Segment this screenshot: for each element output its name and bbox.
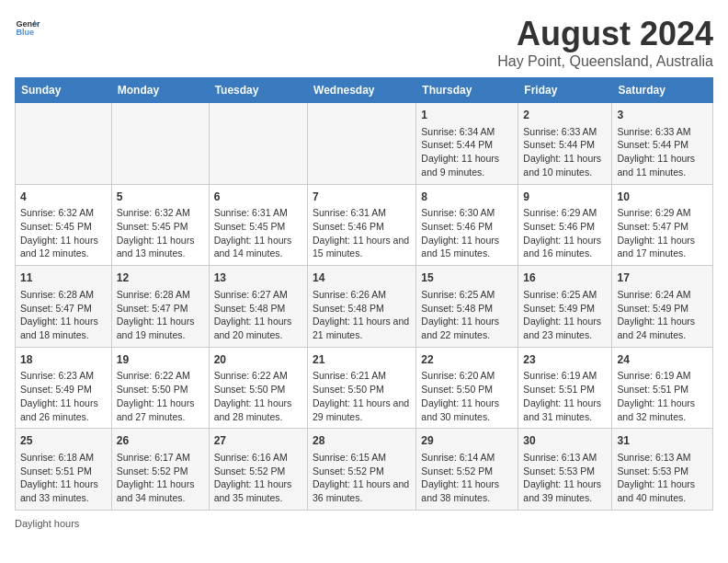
calendar-cell: 27Sunrise: 6:16 AMSunset: 5:52 PMDayligh… [209,429,307,511]
calendar-cell: 17Sunrise: 6:24 AMSunset: 5:49 PMDayligh… [612,266,713,348]
day-info: Sunset: 5:45 PM [214,220,302,234]
calendar-cell: 18Sunrise: 6:23 AMSunset: 5:49 PMDayligh… [16,347,112,429]
day-info: Daylight: 11 hours and 24 minutes. [617,315,708,341]
day-info: Sunrise: 6:30 AM [421,206,513,220]
svg-text:Blue: Blue [16,28,34,37]
calendar-cell: 31Sunrise: 6:13 AMSunset: 5:53 PMDayligh… [612,429,713,511]
day-info: Daylight: 11 hours and 10 minutes. [523,152,607,178]
day-info: Daylight: 11 hours and 29 minutes. [313,396,411,423]
day-number: 31 [617,433,708,449]
day-info: Sunset: 5:44 PM [617,138,708,152]
calendar-cell [16,103,112,185]
day-info: Sunrise: 6:23 AM [20,369,107,383]
calendar-cell: 2Sunrise: 6:33 AMSunset: 5:44 PMDaylight… [518,103,612,185]
day-info: Daylight: 11 hours and 31 minutes. [523,396,607,423]
calendar-cell: 9Sunrise: 6:29 AMSunset: 5:46 PMDaylight… [518,184,612,266]
day-info: Sunset: 5:52 PM [421,465,513,478]
day-info: Daylight: 11 hours and 14 minutes. [214,234,302,260]
calendar-cell: 26Sunrise: 6:17 AMSunset: 5:52 PMDayligh… [111,429,209,511]
day-info: Daylight: 11 hours and 35 minutes. [214,477,302,504]
calendar-cell [308,103,416,185]
calendar-cell: 23Sunrise: 6:19 AMSunset: 5:51 PMDayligh… [518,347,612,429]
day-number: 25 [20,433,107,449]
day-number: 9 [523,190,607,205]
day-info: Sunrise: 6:19 AM [617,369,708,383]
day-info: Sunset: 5:53 PM [523,465,607,478]
calendar-cell: 13Sunrise: 6:27 AMSunset: 5:48 PMDayligh… [209,266,307,348]
day-info: Sunrise: 6:13 AM [617,451,708,465]
calendar-week-row: 4Sunrise: 6:32 AMSunset: 5:45 PMDaylight… [16,184,713,266]
day-info: Sunset: 5:46 PM [313,220,411,234]
day-info: Daylight: 11 hours and 17 minutes. [617,234,708,260]
day-info: Sunrise: 6:31 AM [214,206,302,220]
day-info: Sunset: 5:47 PM [117,302,204,316]
calendar-cell: 21Sunrise: 6:21 AMSunset: 5:50 PMDayligh… [308,347,416,429]
day-info: Sunset: 5:48 PM [313,302,411,316]
day-number: 14 [313,270,411,286]
day-number: 4 [20,190,107,205]
calendar-cell: 28Sunrise: 6:15 AMSunset: 5:52 PMDayligh… [308,429,416,511]
day-of-week-header: Sunday [16,78,112,103]
day-info: Sunrise: 6:24 AM [617,288,708,302]
day-number: 23 [523,352,607,368]
day-info: Daylight: 11 hours and 9 minutes. [421,152,513,178]
day-number: 28 [313,433,411,449]
day-info: Sunset: 5:49 PM [523,302,607,316]
day-number: 10 [617,190,708,205]
subtitle: Hay Point, Queensland, Australia [497,53,713,70]
calendar-cell: 14Sunrise: 6:26 AMSunset: 5:48 PMDayligh… [308,266,416,348]
calendar-cell: 25Sunrise: 6:18 AMSunset: 5:51 PMDayligh… [16,429,112,511]
calendar-cell: 1Sunrise: 6:34 AMSunset: 5:44 PMDaylight… [416,103,518,185]
calendar-header-row: SundayMondayTuesdayWednesdayThursdayFrid… [16,78,713,103]
day-info: Sunrise: 6:33 AM [523,125,607,139]
day-info: Daylight: 11 hours and 36 minutes. [313,477,411,504]
title-area: August 2024 Hay Point, Queensland, Austr… [497,15,713,70]
day-info: Sunset: 5:51 PM [20,465,107,478]
day-info: Sunrise: 6:22 AM [117,369,204,383]
day-number: 27 [214,433,302,449]
day-info: Daylight: 11 hours and 28 minutes. [214,396,302,423]
calendar-week-row: 1Sunrise: 6:34 AMSunset: 5:44 PMDaylight… [16,103,713,185]
day-info: Sunrise: 6:17 AM [117,451,204,465]
day-info: Sunrise: 6:14 AM [421,451,513,465]
day-info: Sunrise: 6:33 AM [617,125,708,139]
day-info: Daylight: 11 hours and 34 minutes. [117,477,204,504]
day-info: Sunset: 5:48 PM [421,302,513,316]
legend: Daylight hours [15,518,713,529]
day-info: Daylight: 11 hours and 39 minutes. [523,477,607,504]
calendar-cell: 10Sunrise: 6:29 AMSunset: 5:47 PMDayligh… [612,184,713,266]
day-info: Sunset: 5:48 PM [214,302,302,316]
day-info: Sunrise: 6:21 AM [313,369,411,383]
calendar-cell: 16Sunrise: 6:25 AMSunset: 5:49 PMDayligh… [518,266,612,348]
day-number: 3 [617,108,708,123]
day-number: 18 [20,352,107,368]
calendar-table: SundayMondayTuesdayWednesdayThursdayFrid… [15,77,713,511]
day-info: Sunrise: 6:28 AM [117,288,204,302]
day-info: Sunset: 5:45 PM [20,220,107,234]
day-info: Daylight: 11 hours and 32 minutes. [617,396,708,423]
calendar-cell: 8Sunrise: 6:30 AMSunset: 5:46 PMDaylight… [416,184,518,266]
day-number: 6 [214,190,302,205]
day-info: Sunrise: 6:28 AM [20,288,107,302]
day-info: Sunset: 5:50 PM [421,383,513,396]
day-number: 12 [117,270,204,286]
day-number: 13 [214,270,302,286]
day-info: Sunset: 5:50 PM [214,383,302,396]
calendar-cell: 20Sunrise: 6:22 AMSunset: 5:50 PMDayligh… [209,347,307,429]
day-info: Sunrise: 6:13 AM [523,451,607,465]
calendar-week-row: 18Sunrise: 6:23 AMSunset: 5:49 PMDayligh… [16,347,713,429]
day-info: Sunrise: 6:26 AM [313,288,411,302]
calendar-cell: 4Sunrise: 6:32 AMSunset: 5:45 PMDaylight… [16,184,112,266]
day-number: 29 [421,433,513,449]
calendar-cell: 12Sunrise: 6:28 AMSunset: 5:47 PMDayligh… [111,266,209,348]
day-info: Sunrise: 6:32 AM [20,206,107,220]
day-info: Daylight: 11 hours and 20 minutes. [214,315,302,341]
day-info: Daylight: 11 hours and 19 minutes. [117,315,204,341]
calendar-cell: 11Sunrise: 6:28 AMSunset: 5:47 PMDayligh… [16,266,112,348]
day-info: Sunset: 5:45 PM [117,220,204,234]
day-of-week-header: Friday [518,78,612,103]
calendar-cell [209,103,307,185]
calendar-cell: 30Sunrise: 6:13 AMSunset: 5:53 PMDayligh… [518,429,612,511]
day-info: Sunset: 5:49 PM [617,302,708,316]
logo-icon: General Blue [15,15,40,40]
